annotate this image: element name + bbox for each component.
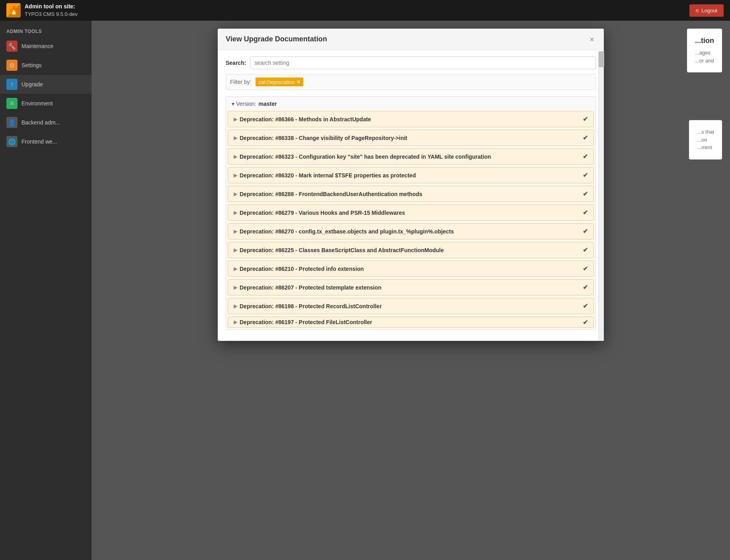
sidebar-item-label: Settings [21,62,42,68]
sidebar-item-label: Upgrade [21,81,43,88]
expand-icon: ▶ [234,285,237,290]
dep-item-label: Deprecation: #86320 - Mark internal $TSF… [240,172,416,179]
check-icon: ✔ [583,209,588,216]
maintenance-icon: 🔧 [6,41,18,52]
search-input[interactable] [250,56,596,69]
version-arrow-icon: ▾ Version: [232,101,256,107]
check-icon: ✔ [583,115,588,123]
filter-tag-label: cat:Deprecation [259,79,295,85]
sidebar-item-maintenance[interactable]: 🔧 Maintenance [0,37,92,56]
expand-icon: ▶ [234,173,237,178]
app-title: Admin tool on site: TYPO3 CMS 9.5.0-dev [25,3,78,18]
top-bar-left: 🔥 Admin tool on site: TYPO3 CMS 9.5.0-de… [6,3,78,18]
dep-item-86198[interactable]: ▶ Deprecation: #86198 - Protected Record… [228,298,594,314]
dep-item-label: Deprecation: #86338 - Change visibility … [240,135,407,141]
top-bar: 🔥 Admin tool on site: TYPO3 CMS 9.5.0-de… [0,0,730,21]
scrollbar-track[interactable] [598,51,604,341]
sidebar-heading: ADMIN TOOLS [0,25,92,37]
dep-item-86338[interactable]: ▶ Deprecation: #86338 - Change visibilit… [228,130,594,146]
check-icon: ✔ [583,153,588,160]
filter-row: Filter by: cat:Deprecation × [226,74,596,90]
backend-icon: 👤 [6,117,18,128]
check-icon: ✔ [583,246,588,254]
main-layout: ADMIN TOOLS 🔧 Maintenance ⚙ Settings ↑ U… [0,21,730,560]
dep-item-86197[interactable]: ▶ Deprecation: #86197 - Protected FileLi… [228,317,594,328]
check-icon: ✔ [583,190,588,198]
dep-item-86323[interactable]: ▶ Deprecation: #86323 - Configuration ke… [228,148,594,165]
logout-icon: ⎋ [696,8,699,14]
expand-icon: ▶ [234,154,237,159]
dep-item-86288[interactable]: ▶ Deprecation: #86288 - FrontendBackendU… [228,186,594,202]
dep-item-86210[interactable]: ▶ Deprecation: #86210 - Protected info e… [228,261,594,277]
expand-icon: ▶ [234,229,237,234]
dep-item-86366[interactable]: ▶ Deprecation: #86366 - Methods in Abstr… [228,111,594,127]
dep-item-86225[interactable]: ▶ Deprecation: #86225 - Classes BaseScri… [228,242,594,258]
check-icon: ✔ [583,134,588,142]
modal-dialog: View Upgrade Documentation × Search: Fil… [218,29,604,341]
check-icon: ✔ [583,228,588,235]
version-name: master [258,101,277,107]
expand-icon: ▶ [234,319,237,325]
check-icon: ✔ [583,302,588,310]
sidebar-item-environment[interactable]: ≡ Environment [0,94,92,113]
search-row: Search: [226,56,596,69]
filter-label: Filter by: [230,79,252,85]
dep-item-label: Deprecation: #86366 - Methods in Abstrac… [240,116,371,122]
sidebar-item-upgrade[interactable]: ↑ Upgrade [0,75,92,94]
dep-item-label: Deprecation: #86270 - config.tx_extbase.… [240,228,454,235]
sidebar-item-settings[interactable]: ⚙ Settings [0,56,92,75]
sidebar-item-label: Maintenance [21,43,53,49]
dep-item-86320[interactable]: ▶ Deprecation: #86320 - Mark internal $T… [228,167,594,183]
logout-button[interactable]: ⎋ Logout [689,4,724,17]
dep-item-label: Deprecation: #86210 - Protected info ext… [240,266,364,272]
expand-icon: ▶ [234,117,237,122]
scrollbar-thumb[interactable] [599,51,604,67]
settings-icon: ⚙ [6,60,18,71]
sidebar-item-label: Frontend we... [21,138,57,145]
expand-icon: ▶ [234,191,237,197]
version-header[interactable]: ▾ Version: master [226,97,595,111]
check-icon: ✔ [583,284,588,291]
check-icon: ✔ [583,265,588,272]
dep-item-86270[interactable]: ▶ Deprecation: #86270 - config.tx_extbas… [228,223,594,239]
dep-item-86207[interactable]: ▶ Deprecation: #86207 - Protected tstemp… [228,279,594,296]
filter-tag-deprecation[interactable]: cat:Deprecation × [256,78,303,86]
dep-item-label: Deprecation: #86197 - Protected FileList… [240,319,372,325]
modal-header: View Upgrade Documentation × [218,29,604,50]
expand-icon: ▶ [234,303,237,309]
filter-tag-remove-icon[interactable]: × [297,79,300,85]
sidebar: ADMIN TOOLS 🔧 Maintenance ⚙ Settings ↑ U… [0,21,92,560]
modal-body[interactable]: Search: Filter by: cat:Deprecation × [218,50,604,341]
check-icon: ✔ [583,171,588,179]
expand-icon: ▶ [234,135,237,141]
check-icon: ✔ [583,319,588,326]
dep-item-label: Deprecation: #86207 - Protected tstempla… [240,284,381,291]
sidebar-item-backend[interactable]: 👤 Backend adm... [0,113,92,132]
dep-item-label: Deprecation: #86225 - Classes BaseScript… [240,247,444,253]
modal-overlay: View Upgrade Documentation × Search: Fil… [92,21,730,560]
sidebar-item-frontend[interactable]: 🌐 Frontend we... [0,132,92,151]
sidebar-item-label: Backend adm... [21,119,60,126]
content-area: ...tion ...ages...or and ...s that...on.… [92,21,730,560]
dep-item-label: Deprecation: #86323 - Configuration key … [240,154,491,160]
app-logo: 🔥 [6,3,21,18]
search-label: Search: [226,60,246,66]
upgrade-icon: ↑ [6,79,18,90]
dep-item-label: Deprecation: #86288 - FrontendBackendUse… [240,191,422,197]
sidebar-item-label: Environment [21,100,53,107]
expand-icon: ▶ [234,266,237,272]
dep-item-label: Deprecation: #86279 - Various Hooks and … [240,210,405,216]
modal-title: View Upgrade Documentation [226,35,327,43]
modal-close-button[interactable]: × [588,35,596,43]
version-section: ▾ Version: master ▶ Deprecation: #86366 … [226,96,596,330]
dep-item-label: Deprecation: #86198 - Protected RecordLi… [240,303,382,309]
environment-icon: ≡ [6,98,18,109]
expand-icon: ▶ [234,247,237,253]
deprecation-items-list: ▶ Deprecation: #86366 - Methods in Abstr… [226,111,595,329]
expand-icon: ▶ [234,210,237,216]
frontend-icon: 🌐 [6,136,18,147]
dep-item-86279[interactable]: ▶ Deprecation: #86279 - Various Hooks an… [228,204,594,221]
